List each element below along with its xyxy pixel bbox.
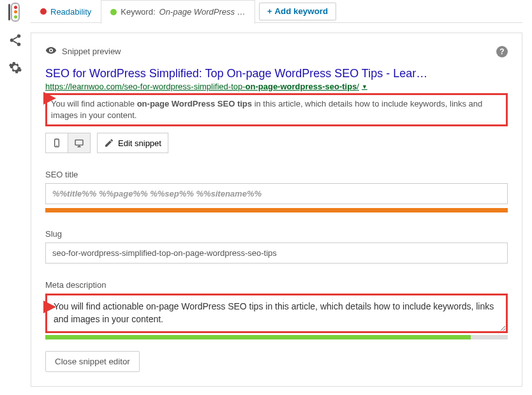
svg-point-0: [17, 34, 21, 38]
snippet-description: You will find actionable on-page WordPre…: [45, 93, 508, 126]
plus-icon: +: [267, 6, 272, 16]
annotation-arrow-icon: [24, 89, 56, 107]
status-dot-green: [110, 9, 117, 15]
meta-description-input[interactable]: [45, 294, 508, 333]
status-dot-red: [40, 8, 47, 15]
seo-title-input[interactable]: [45, 183, 508, 204]
desktop-view-button[interactable]: [68, 133, 91, 153]
chevron-down-icon[interactable]: ▼: [362, 84, 367, 90]
side-icon-column: [0, 0, 31, 395]
svg-rect-5: [75, 140, 83, 145]
tabs-row: Readability Keyword: On-page WordPress ……: [31, 0, 522, 23]
help-icon[interactable]: ?: [496, 46, 508, 57]
annotation-arrow-icon: [24, 298, 56, 316]
close-button-label: Close snippet editor: [55, 357, 130, 366]
tab-readability-label: Readability: [50, 7, 91, 17]
tab-keyword-prefix: Keyword:: [121, 7, 155, 17]
share-icon[interactable]: [8, 33, 22, 49]
svg-point-2: [17, 43, 21, 47]
snippet-url[interactable]: https://learnwoo.com/seo-for-wordpress-s…: [45, 82, 508, 91]
add-keyword-label: Add keyword: [274, 6, 328, 16]
slug-label: Slug: [45, 229, 508, 239]
meta-description-label: Meta description: [45, 280, 508, 290]
svg-point-1: [10, 38, 14, 42]
add-keyword-button[interactable]: + Add keyword: [259, 3, 336, 20]
edit-snippet-button[interactable]: Edit snippet: [97, 133, 168, 153]
tab-keyword-value: On-page WordPress …: [159, 7, 246, 17]
seo-title-progress: [45, 208, 508, 212]
edit-snippet-label: Edit snippet: [118, 138, 161, 148]
traffic-light-icon[interactable]: [11, 3, 20, 22]
mobile-view-button[interactable]: [45, 133, 68, 153]
tab-keyword[interactable]: Keyword: On-page WordPress …: [101, 0, 255, 24]
slug-input[interactable]: [45, 242, 508, 264]
pencil-icon: [104, 138, 114, 148]
snippet-panel: Snippet preview ? SEO for WordPress Simp…: [31, 33, 522, 387]
meta-progress: [45, 335, 471, 339]
snippet-preview-label: Snippet preview: [62, 47, 121, 56]
eye-icon: [45, 45, 57, 58]
snippet-title[interactable]: SEO for WordPress Simplified: Top On-pag…: [45, 67, 508, 80]
seo-title-label: SEO title: [45, 170, 508, 179]
gear-icon[interactable]: [8, 61, 22, 77]
svg-point-4: [56, 145, 57, 146]
close-snippet-editor-button[interactable]: Close snippet editor: [45, 351, 140, 372]
tab-readability[interactable]: Readability: [31, 0, 101, 23]
